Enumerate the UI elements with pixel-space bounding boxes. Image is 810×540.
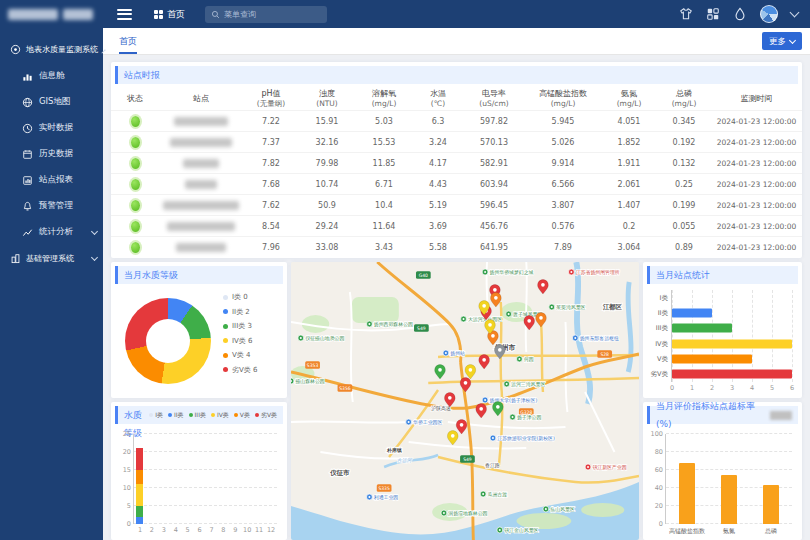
svg-text:扬州站: 扬州站 [450,350,465,357]
cell-value: 2.061 [601,180,657,189]
chevron-down-icon [91,254,98,261]
quality-donut-chart [125,298,211,384]
exceed-rate-card: 当月评价指标站点超标率(%) 020406080100高锰酸盐指数氨氮总磷 [643,402,802,540]
info-panel-icon [22,71,33,82]
sidebar-item-GIS地图[interactable]: GIS地图 [0,89,103,115]
sidebar-group-1[interactable]: 基础管理系统 [0,245,103,272]
hbar-II类 [672,309,712,318]
legend-item[interactable]: II类 2 [223,307,257,317]
column-header: 水温(℃) [413,89,463,108]
sidebar-item-label: 历史数据 [39,148,73,160]
topbar-home-link[interactable]: 首页 [154,8,185,21]
legend-item[interactable]: II类 [168,406,184,424]
cell-value: 50.9 [299,201,355,210]
map-canvas[interactable]: G40S49S49S353S356G328S28S335 仪征捺山地质公园扬州西… [291,262,639,540]
city-label: 江都区 [602,303,623,311]
layout-dashboard-icon[interactable] [706,7,720,21]
user-avatar[interactable] [760,5,778,23]
sidebar-item-统计分析[interactable]: 统计分析 [0,219,103,245]
cell-value: 3.69 [413,222,463,231]
cell-value: 3.064 [601,243,657,252]
cell-value: 10.4 [355,201,413,210]
svg-text:S49: S49 [463,457,472,462]
main-content: 首页 更多 站点时报 状态站点pH值(无量纲)浊度(NTU)溶解氧(mg/L)水… [103,28,810,540]
cell-time: 2024-01-23 12:00:00 [711,201,802,210]
more-button[interactable]: 更多 [762,32,802,50]
monthly-quality-title: 当月水质等级 [115,266,283,284]
cell-value: 582.91 [463,159,525,168]
legend-item[interactable]: V类 4 [223,350,257,360]
road-label: 沪陕高速 [431,405,451,412]
map-poi: 仪征捺山地质公园 [298,335,345,342]
sidebar-item-实时数据[interactable]: 实时数据 [0,115,103,141]
status-dot-normal [131,221,140,232]
cell-value: 5.945 [525,117,601,126]
vbar-高锰酸盐指数 [679,463,695,524]
map-poi: 扬州站 [443,350,465,357]
sidebar-group-0[interactable]: 地表水质量监测系统 [0,36,103,63]
menu-search[interactable] [205,6,327,23]
hbar-劣V类 [672,370,792,379]
svg-text:焦山风景区: 焦山风景区 [550,506,575,512]
legend-item[interactable]: I类 0 [223,292,257,302]
cell-value: 0.199 [657,201,711,210]
cell-value: 7.68 [243,180,299,189]
stacked-bar-month-1 [136,434,143,524]
cell-value: 4.17 [413,159,463,168]
cell-value: 15.53 [355,138,413,147]
tab-home[interactable]: 首页 [119,28,137,54]
chevron-down-icon [789,36,796,43]
site-name-redacted [185,180,217,189]
status-dot-normal [131,158,140,169]
home-label: 首页 [167,8,185,21]
map-poi: 扬州大学(扬子津校区) [482,397,537,404]
theme-skin-icon[interactable] [679,7,693,21]
svg-text:瓜洲古渡: 瓜洲古渡 [488,491,508,498]
user-menu-chevron-icon[interactable] [790,8,800,18]
legend-item[interactable]: 劣V类 [255,406,277,424]
column-header: 浊度(NTU) [299,89,355,108]
sidebar-item-历史数据[interactable]: 历史数据 [0,141,103,167]
svg-text:S49: S49 [417,326,426,331]
chevron-down-icon [91,227,98,234]
water-drop-icon[interactable] [733,7,747,21]
cell-time: 2024-01-23 12:00:00 [711,117,802,126]
column-header: 高锰酸盐指数(mg/L) [525,89,601,108]
legend-item[interactable]: III类 3 [223,321,257,331]
cell-value: 4.43 [413,180,463,189]
legend-item[interactable]: III类 [189,406,206,424]
legend-item[interactable]: V类 [234,406,250,424]
sidebar-item-站点报表[interactable]: 站点报表 [0,167,103,193]
svg-text:华侨工业园区: 华侨工业园区 [413,419,442,425]
site-name-redacted [170,138,232,147]
road-shield: S49 [460,455,475,463]
legend-item[interactable]: 劣V类 6 [223,365,257,375]
hbar-V类 [672,355,752,364]
cell-value: 5.58 [413,243,463,252]
map-poi: 扬州华侨城梦幻之城 [482,269,533,276]
stations-map[interactable]: G40S49S49S353S356G328S28S335 仪征捺山地质公园扬州西… [291,262,639,540]
legend-item[interactable]: IV类 6 [223,336,257,346]
base-manage-icon [10,253,21,264]
station-report-title: 站点时报 [115,66,798,84]
yearly-stacked-chart: 0510152025123456789101112 [133,434,277,524]
legend-item[interactable]: IV类 [211,406,229,424]
road-shield: S356 [338,384,353,392]
sidebar-item-预警管理[interactable]: 预警管理 [0,193,103,219]
table-row: 7.2215.915.036.3597.825.9454.0510.345202… [111,110,802,131]
cell-value: 6.566 [525,180,601,189]
stacked-bar-month-3 [160,434,167,524]
map-poi: 江苏省扬州闸管理所 [568,269,619,276]
svg-text:何园: 何园 [524,356,534,362]
stacked-bar-month-6 [196,434,203,524]
monthly-quality-card: 当月水质等级 I类 0II类 2III类 3IV类 6V类 4劣V类 6 [111,262,287,398]
legend-item[interactable]: I类 [149,406,163,424]
cell-time: 2024-01-23 12:00:00 [711,180,802,189]
cell-value: 79.98 [299,159,355,168]
sidebar-item-信息舱[interactable]: 信息舱 [0,63,103,89]
cell-value: 456.76 [463,222,525,231]
sidebar-collapse-button[interactable] [117,9,132,20]
search-input[interactable] [224,10,314,19]
cell-time: 2024-01-23 12:00:00 [711,222,802,231]
svg-text:扬州华侨城梦幻之城: 扬州华侨城梦幻之城 [490,269,534,276]
